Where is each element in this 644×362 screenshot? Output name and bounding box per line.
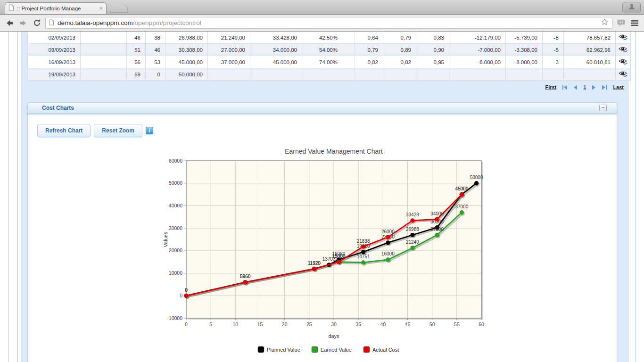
pagination-last-page-icon[interactable] [602, 85, 607, 90]
svg-text:45: 45 [405, 321, 411, 327]
pagination-first-page-icon[interactable] [562, 85, 568, 90]
svg-text:33428: 33428 [406, 212, 419, 217]
table-cell: 78.657,82 [564, 32, 616, 44]
table-cell: 37.000,00 [208, 56, 250, 68]
table-cell: -12.179,00 [449, 32, 506, 44]
table-cell: 62.962,96 [564, 44, 616, 56]
table-cell: 30.308,00 [165, 44, 208, 56]
svg-text:5: 5 [209, 321, 212, 327]
pagination-prev-icon[interactable] [573, 85, 578, 90]
new-tab-button[interactable] [110, 5, 128, 13]
evm-chart-canvas[interactable]: Earned Value Management Chart05101520253… [160, 144, 490, 358]
svg-text:55: 55 [454, 321, 460, 327]
table-cell [416, 68, 449, 81]
table-row: 02/09/2013463826.988,0021.249,0033.428,0… [28, 32, 631, 44]
table-cell: 27.000,00 [208, 44, 250, 56]
browser-tab[interactable]: :: Project Portfolio Manage × [5, 2, 107, 14]
table-cell: 33.428,00 [250, 32, 302, 44]
table-cell [81, 68, 127, 81]
svg-text:0: 0 [185, 321, 188, 327]
url-path: /openppm/projectcontrol [133, 19, 201, 26]
svg-text:Earned Value: Earned Value [321, 347, 352, 353]
browser-titlebar: :: Project Portfolio Manage × [0, 0, 644, 15]
pagination-last-link[interactable]: Last [613, 84, 624, 90]
table-cell: 0,89 [383, 44, 416, 56]
table-cell: -7.000,00 [449, 44, 506, 56]
pagination-next-icon[interactable] [592, 85, 596, 90]
panel-groove-left [17, 32, 18, 362]
table-cell [506, 68, 543, 81]
table-cell: 51 [127, 44, 146, 56]
table-cell: 74.00% [302, 56, 355, 68]
tab-close-icon[interactable]: × [99, 6, 103, 11]
forward-button[interactable] [18, 18, 28, 28]
view-chart-eye-button[interactable] [616, 56, 631, 68]
table-cell: 50.000,00 [165, 68, 208, 81]
svg-text:10000: 10000 [169, 270, 182, 276]
panel-title: Cost Charts [42, 105, 74, 111]
pagination-bar: First 1 Last [27, 81, 630, 94]
table-cell: 0 [146, 68, 165, 81]
refresh-button[interactable] [32, 18, 42, 28]
table-cell: -8.000,00 [449, 56, 506, 68]
svg-text:0: 0 [180, 293, 182, 298]
table-cell: 60.810,81 [564, 56, 616, 68]
refresh-chart-button[interactable]: Refresh Chart [37, 124, 91, 137]
table-cell [355, 68, 383, 81]
svg-text:0: 0 [185, 288, 188, 293]
svg-text:34000: 34000 [430, 211, 444, 216]
svg-text:60000: 60000 [169, 158, 182, 164]
url-host: demo.talaia-openppm.com [58, 19, 133, 26]
table-cell [383, 68, 416, 81]
extension-bubble-icon[interactable] [616, 18, 626, 28]
collapse-panel-button[interactable]: − [599, 105, 607, 111]
table-cell: 09/09/2013 [28, 44, 81, 56]
table-body: 02/09/2013463826.988,0021.249,0033.428,0… [28, 32, 631, 81]
table-cell: -8 [543, 32, 564, 44]
table-cell: -3.308,00 [506, 44, 543, 56]
svg-text:11920: 11920 [308, 261, 321, 266]
page-border-left [8, 32, 8, 362]
table-cell: 46 [127, 32, 146, 44]
content-area: 02/09/2013463826.988,0021.249,0033.428,0… [21, 32, 629, 362]
view-chart-eye-button[interactable] [616, 68, 631, 81]
svg-text:37000: 37000 [455, 204, 468, 209]
svg-text:16000: 16000 [381, 251, 395, 256]
table-cell: 56 [127, 56, 146, 68]
svg-text:26988: 26988 [406, 227, 419, 232]
forward-arrow-icon [18, 18, 28, 28]
back-button[interactable] [4, 18, 15, 28]
table-cell: 54.00% [302, 44, 355, 56]
favicon-page-icon [8, 4, 14, 13]
person-icon [628, 3, 636, 12]
svg-text:5960: 5960 [240, 274, 251, 279]
cost-charts-header: Cost Charts − [27, 102, 617, 114]
pagination-page-link[interactable]: 1 [583, 84, 586, 90]
evm-chart[interactable]: Earned Value Management Chart05101520253… [160, 144, 490, 360]
table-cell: 16/09/2013 [28, 56, 81, 68]
table-cell [208, 68, 250, 81]
table-cell [81, 56, 127, 68]
profile-button[interactable] [622, 2, 641, 13]
info-icon[interactable]: i [146, 127, 153, 134]
reset-zoom-button[interactable]: Reset Zoom [94, 124, 142, 137]
chart-toolbar: Refresh Chart Reset Zoom i [37, 124, 617, 137]
bookmark-star-icon[interactable] [601, 18, 609, 28]
svg-text:21838: 21838 [357, 239, 370, 244]
table-cell: 45.000,00 [250, 56, 302, 68]
table-cell: 0,79 [383, 32, 416, 44]
pagination-first-link[interactable]: First [545, 84, 556, 90]
view-chart-eye-button[interactable] [616, 44, 631, 56]
table-cell: -3 [543, 56, 564, 68]
cost-charts-body: Refresh Chart Reset Zoom i Earned Value … [27, 114, 617, 362]
svg-text:50000: 50000 [169, 180, 182, 186]
table-cell: 59 [127, 68, 146, 81]
url-bar[interactable]: demo.talaia-openppm.com/openppm/projectc… [45, 17, 612, 29]
svg-text:10: 10 [232, 321, 238, 327]
menu-hamburger-icon[interactable] [629, 18, 640, 28]
svg-text:Planned Value: Planned Value [267, 347, 300, 353]
table-cell: -5 [543, 44, 564, 56]
view-chart-eye-button[interactable] [616, 32, 631, 44]
browser-toolbar: demo.talaia-openppm.com/openppm/projectc… [0, 15, 644, 32]
table-cell: 34.000,00 [250, 44, 302, 56]
